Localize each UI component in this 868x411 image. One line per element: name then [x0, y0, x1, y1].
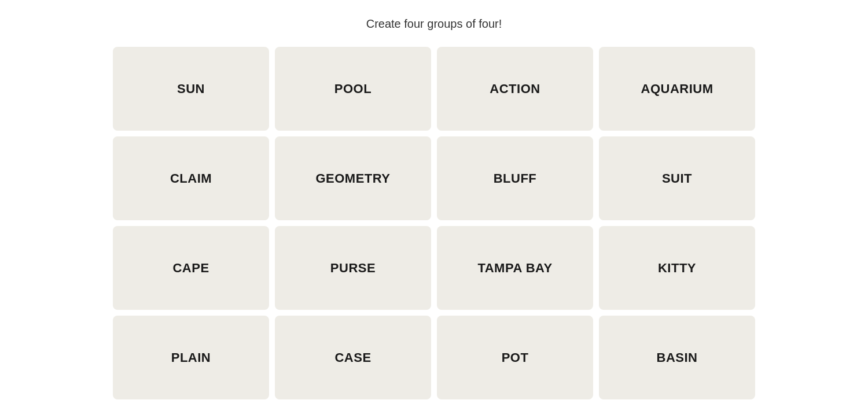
tile-pool[interactable]: POOL: [275, 47, 431, 131]
tile-label-plain: PLAIN: [171, 350, 211, 365]
tile-purse[interactable]: PURSE: [275, 226, 431, 310]
tile-label-aquarium: AQUARIUM: [641, 82, 713, 97]
tile-basin[interactable]: BASIN: [599, 316, 755, 399]
tile-label-suit: SUIT: [662, 171, 692, 186]
tile-case[interactable]: CASE: [275, 316, 431, 399]
tile-label-pool: POOL: [334, 82, 372, 97]
tile-geometry[interactable]: GEOMETRY: [275, 136, 431, 220]
tile-aquarium[interactable]: AQUARIUM: [599, 47, 755, 131]
tile-label-action: ACTION: [490, 82, 540, 97]
tile-pot[interactable]: POT: [437, 316, 593, 399]
tile-plain[interactable]: PLAIN: [113, 316, 269, 399]
tile-label-kitty: KITTY: [658, 261, 696, 276]
tile-label-pot: POT: [502, 350, 529, 365]
tile-bluff[interactable]: BLUFF: [437, 136, 593, 220]
page-subtitle: Create four groups of four!: [366, 17, 502, 31]
tile-claim[interactable]: CLAIM: [113, 136, 269, 220]
tile-label-basin: BASIN: [657, 350, 698, 365]
tile-label-case: CASE: [334, 350, 371, 365]
tile-kitty[interactable]: KITTY: [599, 226, 755, 310]
tile-sun[interactable]: SUN: [113, 47, 269, 131]
tile-label-geometry: GEOMETRY: [315, 171, 390, 186]
tile-label-bluff: BLUFF: [494, 171, 537, 186]
tile-cape[interactable]: CAPE: [113, 226, 269, 310]
tile-label-sun: SUN: [177, 82, 205, 97]
word-grid: SUNPOOLACTIONAQUARIUMCLAIMGEOMETRYBLUFFS…: [113, 47, 755, 399]
tile-tampa-bay[interactable]: TAMPA BAY: [437, 226, 593, 310]
tile-label-tampa-bay: TAMPA BAY: [477, 261, 552, 276]
tile-label-cape: CAPE: [172, 261, 209, 276]
tile-label-purse: PURSE: [330, 261, 376, 276]
tile-suit[interactable]: SUIT: [599, 136, 755, 220]
tile-label-claim: CLAIM: [170, 171, 212, 186]
tile-action[interactable]: ACTION: [437, 47, 593, 131]
